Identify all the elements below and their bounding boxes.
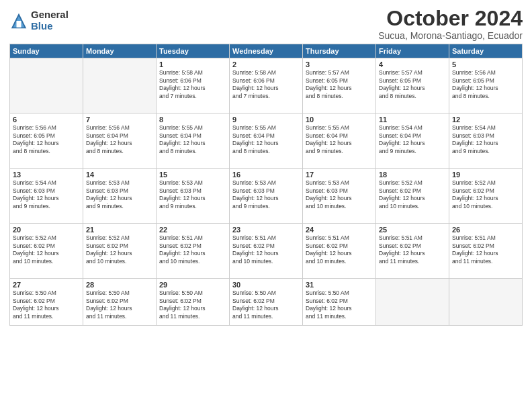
logo-icon <box>9 11 28 30</box>
day-info: Sunrise: 5:52 AM Sunset: 6:02 PM Dayligh… <box>379 179 446 210</box>
table-row: 1Sunrise: 5:58 AM Sunset: 6:06 PM Daylig… <box>157 58 230 113</box>
day-number: 24 <box>306 226 373 234</box>
table-row: 29Sunrise: 5:50 AM Sunset: 6:02 PM Dayli… <box>157 279 230 326</box>
table-row: 22Sunrise: 5:51 AM Sunset: 6:02 PM Dayli… <box>157 224 230 279</box>
svg-rect-2 <box>17 21 21 28</box>
header-sunday: Sunday <box>10 44 83 58</box>
table-row <box>83 58 157 113</box>
table-row <box>449 279 523 326</box>
day-number: 9 <box>232 116 300 124</box>
day-info: Sunrise: 5:53 AM Sunset: 6:03 PM Dayligh… <box>306 179 373 210</box>
day-info: Sunrise: 5:58 AM Sunset: 6:06 PM Dayligh… <box>232 69 300 100</box>
day-number: 6 <box>13 116 80 124</box>
day-number: 29 <box>159 281 226 289</box>
table-row: 26Sunrise: 5:51 AM Sunset: 6:02 PM Dayli… <box>449 224 523 279</box>
header-tuesday: Tuesday <box>157 44 230 58</box>
day-number: 18 <box>379 171 446 179</box>
table-row: 10Sunrise: 5:55 AM Sunset: 6:04 PM Dayli… <box>303 113 376 169</box>
day-number: 31 <box>306 281 373 289</box>
day-number: 7 <box>86 116 153 124</box>
table-row: 2Sunrise: 5:58 AM Sunset: 6:06 PM Daylig… <box>230 58 303 113</box>
day-number: 16 <box>232 171 300 179</box>
day-info: Sunrise: 5:58 AM Sunset: 6:06 PM Dayligh… <box>159 69 226 100</box>
day-info: Sunrise: 5:56 AM Sunset: 6:05 PM Dayligh… <box>452 69 519 100</box>
table-row: 11Sunrise: 5:54 AM Sunset: 6:04 PM Dayli… <box>376 113 449 169</box>
day-number: 8 <box>159 116 226 124</box>
day-info: Sunrise: 5:53 AM Sunset: 6:03 PM Dayligh… <box>159 179 226 210</box>
table-row: 12Sunrise: 5:54 AM Sunset: 6:03 PM Dayli… <box>449 113 523 169</box>
day-number: 11 <box>379 116 446 124</box>
day-info: Sunrise: 5:50 AM Sunset: 6:02 PM Dayligh… <box>306 289 373 320</box>
calendar-table: Sunday Monday Tuesday Wednesday Thursday… <box>9 44 523 326</box>
day-info: Sunrise: 5:51 AM Sunset: 6:02 PM Dayligh… <box>379 234 446 265</box>
table-row: 27Sunrise: 5:50 AM Sunset: 6:02 PM Dayli… <box>10 279 83 326</box>
table-row: 16Sunrise: 5:53 AM Sunset: 6:03 PM Dayli… <box>230 169 303 224</box>
day-number: 15 <box>159 171 226 179</box>
day-number: 26 <box>452 226 519 234</box>
table-row: 18Sunrise: 5:52 AM Sunset: 6:02 PM Dayli… <box>376 169 449 224</box>
title-block: October 2024 Sucua, Morona-Santiago, Ecu… <box>378 7 523 41</box>
table-row: 13Sunrise: 5:54 AM Sunset: 6:03 PM Dayli… <box>10 169 83 224</box>
day-info: Sunrise: 5:55 AM Sunset: 6:04 PM Dayligh… <box>159 124 226 155</box>
day-number: 12 <box>452 116 519 124</box>
day-number: 21 <box>86 226 153 234</box>
day-number: 17 <box>306 171 373 179</box>
day-info: Sunrise: 5:51 AM Sunset: 6:02 PM Dayligh… <box>452 234 519 265</box>
table-row: 30Sunrise: 5:50 AM Sunset: 6:02 PM Dayli… <box>230 279 303 326</box>
day-info: Sunrise: 5:51 AM Sunset: 6:02 PM Dayligh… <box>232 234 300 265</box>
day-info: Sunrise: 5:50 AM Sunset: 6:02 PM Dayligh… <box>13 289 80 320</box>
page-container: General Blue October 2024 Sucua, Morona-… <box>0 0 532 331</box>
logo: General Blue <box>9 9 69 32</box>
table-row: 23Sunrise: 5:51 AM Sunset: 6:02 PM Dayli… <box>230 224 303 279</box>
day-info: Sunrise: 5:50 AM Sunset: 6:02 PM Dayligh… <box>232 289 300 320</box>
table-row: 8Sunrise: 5:55 AM Sunset: 6:04 PM Daylig… <box>157 113 230 169</box>
day-number: 30 <box>232 281 300 289</box>
day-info: Sunrise: 5:56 AM Sunset: 6:04 PM Dayligh… <box>86 124 153 155</box>
header-wednesday: Wednesday <box>230 44 303 58</box>
day-number: 14 <box>86 171 153 179</box>
day-info: Sunrise: 5:52 AM Sunset: 6:02 PM Dayligh… <box>13 234 80 265</box>
subtitle: Sucua, Morona-Santiago, Ecuador <box>378 30 523 41</box>
day-info: Sunrise: 5:50 AM Sunset: 6:02 PM Dayligh… <box>86 289 153 320</box>
table-row: 31Sunrise: 5:50 AM Sunset: 6:02 PM Dayli… <box>303 279 376 326</box>
day-number: 4 <box>379 60 446 68</box>
day-number: 19 <box>452 171 519 179</box>
day-info: Sunrise: 5:50 AM Sunset: 6:02 PM Dayligh… <box>159 289 226 320</box>
day-number: 13 <box>13 171 80 179</box>
header-saturday: Saturday <box>449 44 523 58</box>
table-row: 24Sunrise: 5:51 AM Sunset: 6:02 PM Dayli… <box>303 224 376 279</box>
day-number: 5 <box>452 60 519 68</box>
day-info: Sunrise: 5:55 AM Sunset: 6:04 PM Dayligh… <box>306 124 373 155</box>
header: General Blue October 2024 Sucua, Morona-… <box>9 7 523 41</box>
day-info: Sunrise: 5:56 AM Sunset: 6:05 PM Dayligh… <box>13 124 80 155</box>
day-info: Sunrise: 5:52 AM Sunset: 6:02 PM Dayligh… <box>86 234 153 265</box>
day-info: Sunrise: 5:54 AM Sunset: 6:03 PM Dayligh… <box>13 179 80 210</box>
table-row: 4Sunrise: 5:57 AM Sunset: 6:05 PM Daylig… <box>376 58 449 113</box>
day-info: Sunrise: 5:57 AM Sunset: 6:05 PM Dayligh… <box>306 69 373 100</box>
day-info: Sunrise: 5:51 AM Sunset: 6:02 PM Dayligh… <box>306 234 373 265</box>
day-number: 22 <box>159 226 226 234</box>
day-number: 2 <box>232 60 300 68</box>
day-info: Sunrise: 5:53 AM Sunset: 6:03 PM Dayligh… <box>232 179 300 210</box>
header-thursday: Thursday <box>303 44 376 58</box>
header-friday: Friday <box>376 44 449 58</box>
day-number: 3 <box>306 60 373 68</box>
table-row: 28Sunrise: 5:50 AM Sunset: 6:02 PM Dayli… <box>83 279 157 326</box>
day-info: Sunrise: 5:51 AM Sunset: 6:02 PM Dayligh… <box>159 234 226 265</box>
logo-text: General Blue <box>31 9 69 32</box>
table-row <box>10 58 83 113</box>
table-row: 17Sunrise: 5:53 AM Sunset: 6:03 PM Dayli… <box>303 169 376 224</box>
day-info: Sunrise: 5:55 AM Sunset: 6:04 PM Dayligh… <box>232 124 300 155</box>
header-monday: Monday <box>83 44 157 58</box>
table-row: 9Sunrise: 5:55 AM Sunset: 6:04 PM Daylig… <box>230 113 303 169</box>
month-title: October 2024 <box>378 7 523 30</box>
table-row: 3Sunrise: 5:57 AM Sunset: 6:05 PM Daylig… <box>303 58 376 113</box>
day-info: Sunrise: 5:53 AM Sunset: 6:03 PM Dayligh… <box>86 179 153 210</box>
table-row: 5Sunrise: 5:56 AM Sunset: 6:05 PM Daylig… <box>449 58 523 113</box>
logo-blue: Blue <box>31 21 69 32</box>
table-row: 19Sunrise: 5:52 AM Sunset: 6:02 PM Dayli… <box>449 169 523 224</box>
day-number: 20 <box>13 226 80 234</box>
table-row: 15Sunrise: 5:53 AM Sunset: 6:03 PM Dayli… <box>157 169 230 224</box>
table-row <box>376 279 449 326</box>
day-number: 27 <box>13 281 80 289</box>
